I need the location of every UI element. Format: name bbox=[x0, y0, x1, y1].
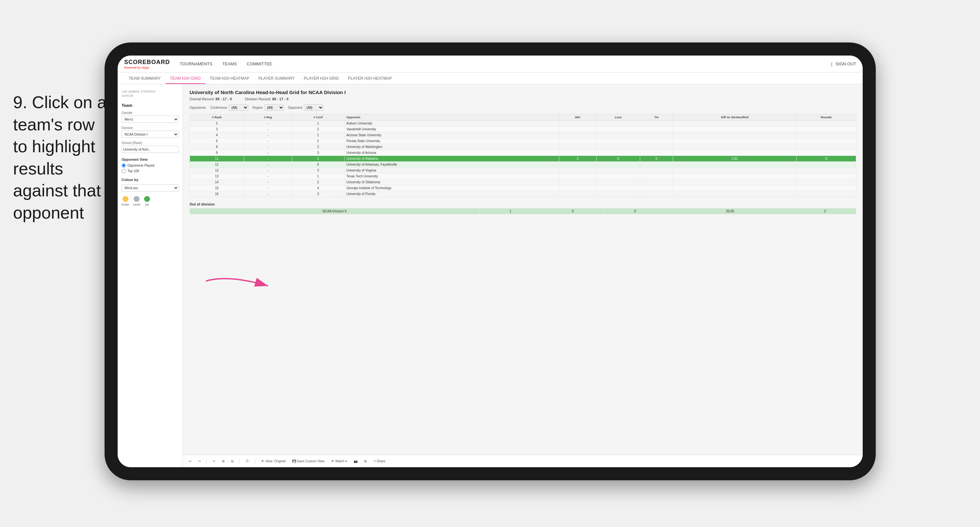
colour-by-select[interactable]: Win/Loss bbox=[122, 184, 179, 191]
logo-scoreboard: SCOREBOARD bbox=[124, 59, 170, 66]
out-div-rounds: 3 bbox=[794, 209, 856, 214]
cell-conf: 3 bbox=[292, 167, 344, 174]
table-row[interactable]: 9 - 3 University of Arizona bbox=[190, 150, 856, 156]
table-row[interactable]: 14 - 2 University of Oklahoma bbox=[190, 179, 856, 185]
cell-loss bbox=[597, 174, 640, 179]
share-button[interactable]: ↗ Share bbox=[371, 459, 388, 464]
cell-rank: 13 bbox=[190, 174, 244, 179]
col-reg: # Reg bbox=[244, 115, 292, 121]
cell-conf: 2 bbox=[292, 138, 344, 144]
conference-select[interactable]: (All) bbox=[229, 104, 248, 111]
toolbar-copy[interactable]: ⊞ bbox=[220, 459, 226, 464]
toolbar-sep-1 bbox=[207, 459, 207, 464]
cell-reg: - bbox=[244, 150, 292, 156]
legend-dot-level bbox=[134, 196, 140, 202]
table-row[interactable]: 15 - 4 Georgia Institute of Technology bbox=[190, 185, 856, 191]
table-row[interactable]: 4 - 1 Arizona State University bbox=[190, 132, 856, 138]
legend-label-up: Up bbox=[145, 203, 149, 206]
cell-conf: 1 bbox=[292, 121, 344, 126]
division-select[interactable]: NCAA Division I bbox=[122, 131, 179, 138]
toolbar-scissors[interactable]: ✂ bbox=[211, 459, 217, 464]
out-div-division: NCAA Division II bbox=[190, 209, 479, 214]
toolbar-camera[interactable]: 📷 bbox=[352, 459, 360, 464]
region-select[interactable]: (All) bbox=[264, 104, 284, 111]
cell-tie bbox=[640, 132, 673, 138]
radio-top-100[interactable]: Top 100 bbox=[122, 169, 179, 173]
cell-win bbox=[559, 126, 597, 132]
tab-player-h2h-grid[interactable]: PLAYER H2H GRID bbox=[299, 73, 344, 84]
radio-opponents-played[interactable]: Opponents Played bbox=[122, 163, 179, 167]
table-row[interactable]: 6 - 2 Florida State University bbox=[190, 138, 856, 144]
nav-committee[interactable]: COMMITTEE bbox=[247, 60, 272, 68]
cell-reg: - bbox=[244, 132, 292, 138]
region-filter: Region (All) bbox=[252, 104, 284, 111]
sub-nav: TEAM SUMMARY TEAM H2H GRID TEAM H2H HEAT… bbox=[118, 73, 863, 84]
cell-win bbox=[559, 150, 597, 156]
cell-conf: 3 bbox=[292, 150, 344, 156]
cell-win bbox=[559, 121, 597, 126]
table-row[interactable]: 8 - 2 University of Washington bbox=[190, 144, 856, 150]
cell-rank: 16 bbox=[190, 191, 244, 197]
cell-win: 3 bbox=[559, 156, 597, 162]
tab-team-summary[interactable]: TEAM SUMMARY bbox=[124, 73, 165, 84]
table-row[interactable]: 11 - 6 University of Arkansas, Fayettevi… bbox=[190, 162, 856, 167]
cell-reg: - bbox=[244, 138, 292, 144]
toolbar-paste[interactable]: ⊟ bbox=[229, 459, 235, 464]
cell-reg: - bbox=[244, 167, 292, 174]
cell-rounds bbox=[797, 138, 856, 144]
last-updated: Last Updated: 27/03/2024 16:55:38 bbox=[122, 89, 179, 98]
cell-rounds bbox=[797, 126, 856, 132]
table-row[interactable]: 13 - 1 Texas Tech University bbox=[190, 174, 856, 179]
table-row[interactable]: 16 - 3 University of Florida bbox=[190, 191, 856, 197]
opponent-select[interactable]: (All) bbox=[304, 104, 323, 111]
tablet-frame: SCOREBOARD Powered by clippi TOURNAMENTS… bbox=[105, 43, 876, 480]
cell-rank: 11 bbox=[190, 162, 244, 167]
nav-items: TOURNAMENTS TEAMS COMMITTEE bbox=[180, 60, 831, 68]
view-original-button[interactable]: 👁 View: Original bbox=[259, 459, 288, 464]
cell-rounds bbox=[797, 167, 856, 174]
tab-team-h2h-grid[interactable]: TEAM H2H GRID bbox=[165, 73, 205, 84]
tab-player-h2h-heatmap[interactable]: PLAYER H2H HEATMAP bbox=[344, 73, 396, 84]
nav-tournaments[interactable]: TOURNAMENTS bbox=[180, 60, 212, 68]
cell-diff: 2.61 bbox=[673, 156, 796, 162]
toolbar-clock[interactable]: ⏱ bbox=[244, 459, 251, 464]
table-row[interactable]: 12 - 3 University of Virginia bbox=[190, 167, 856, 174]
legend: Down Level Up bbox=[122, 196, 179, 206]
cell-rank: 2 bbox=[190, 121, 244, 126]
tab-player-summary[interactable]: PLAYER SUMMARY bbox=[254, 73, 299, 84]
bottom-toolbar: ↩ ↪ ✂ ⊞ ⊟ ⏱ 👁 View: Original 💾 Sav bbox=[183, 455, 863, 467]
table-row[interactable]: 2 - 1 Auburn University bbox=[190, 121, 856, 126]
sign-out-button[interactable]: Sign out bbox=[835, 60, 856, 68]
cell-rank: 12 bbox=[190, 167, 244, 174]
cell-conf: 1 bbox=[292, 132, 344, 138]
undo-button[interactable]: ↩ bbox=[187, 459, 194, 464]
cell-opponent: Auburn University bbox=[344, 121, 559, 126]
cell-win bbox=[559, 162, 597, 167]
table-row[interactable]: 11 - 5 University of Alabama 3 0 0 2.61 … bbox=[190, 156, 856, 162]
cell-tie bbox=[640, 144, 673, 150]
grid-title: University of North Carolina Head-to-Hea… bbox=[189, 89, 856, 95]
save-custom-view-button[interactable]: 💾 Save Custom View bbox=[290, 459, 326, 464]
table-row[interactable]: 3 - 2 Vanderbilt University bbox=[190, 126, 856, 132]
cell-rounds bbox=[797, 150, 856, 156]
gender-select[interactable]: Men's bbox=[122, 116, 179, 123]
cell-rank: 6 bbox=[190, 138, 244, 144]
school-input[interactable] bbox=[122, 146, 179, 153]
toolbar-grid[interactable]: ⊞ bbox=[362, 459, 369, 464]
cell-rank: 3 bbox=[190, 126, 244, 132]
nav-teams[interactable]: TEAMS bbox=[222, 60, 237, 68]
out-div-row[interactable]: NCAA Division II 1 0 0 26.00 3 bbox=[190, 209, 856, 214]
cell-conf: 5 bbox=[292, 156, 344, 162]
school-rank-label: School (Rank) bbox=[122, 141, 179, 145]
brand-name: clippi bbox=[142, 66, 150, 69]
redo-button[interactable]: ↪ bbox=[196, 459, 203, 464]
tab-team-h2h-heatmap[interactable]: TEAM H2H HEATMAP bbox=[205, 73, 254, 84]
legend-label-level: Level bbox=[133, 203, 140, 206]
legend-down: Down bbox=[122, 196, 129, 206]
watch-button[interactable]: 👁 Watch ▾ bbox=[329, 459, 349, 464]
cell-rank: 8 bbox=[190, 144, 244, 150]
cell-conf: 2 bbox=[292, 144, 344, 150]
col-diff: Diff Av Strokes/Rnd bbox=[673, 115, 796, 121]
cell-tie bbox=[640, 121, 673, 126]
cell-diff bbox=[673, 162, 796, 167]
